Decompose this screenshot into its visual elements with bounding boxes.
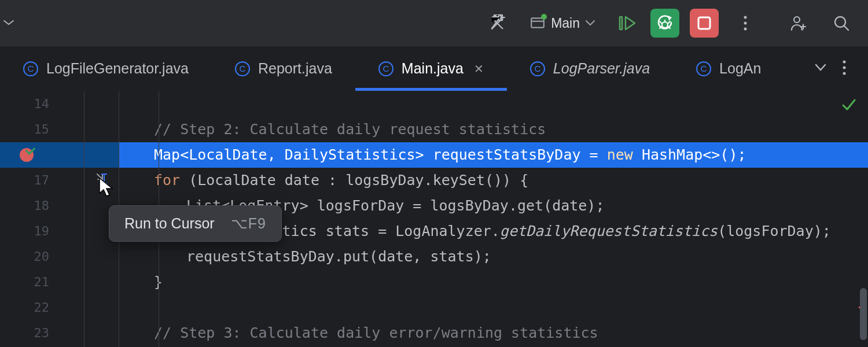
search-everywhere-icon[interactable] [829, 10, 854, 36]
svg-point-6 [744, 28, 747, 31]
inspection-ok-icon[interactable] [841, 95, 856, 120]
svg-rect-23 [101, 183, 107, 184]
line-number[interactable]: 23 [0, 320, 84, 346]
svg-point-5 [744, 22, 747, 25]
svg-text:C: C [382, 64, 389, 73]
tab-label: LogFileGenerator.java [46, 60, 189, 77]
main-toolbar: Main [0, 0, 868, 46]
breakpoint-icon[interactable] [20, 148, 34, 162]
code-line[interactable] [119, 295, 868, 320]
resume-program-button[interactable] [615, 10, 640, 36]
line-number[interactable]: 17 [0, 168, 84, 193]
line-number[interactable]: 19 [0, 219, 84, 244]
code-line[interactable]: Map<LocalDate, DailyStatistics> requestS… [119, 142, 868, 168]
tab-logparser[interactable]: C LogParser.java [507, 46, 673, 91]
svg-point-20 [843, 66, 846, 69]
tab-label: Main.java [402, 60, 464, 77]
chevron-down-icon [586, 20, 595, 26]
close-tab-icon[interactable]: ✕ [474, 62, 484, 76]
scrollbar-thumb[interactable] [860, 288, 867, 340]
line-number[interactable]: 20 [0, 244, 84, 270]
svg-rect-0 [531, 18, 544, 27]
build-icon[interactable] [485, 10, 510, 36]
rerun-debug-button[interactable] [650, 9, 679, 38]
tab-main[interactable]: C Main.java ✕ [355, 46, 507, 91]
editor-vertical-scrollbar[interactable] [858, 91, 868, 347]
run-config-selector[interactable]: Main [521, 10, 604, 36]
line-number-gutter[interactable]: 141517181920212223 [0, 91, 84, 347]
svg-point-7 [794, 17, 800, 23]
run-config-label: Main [551, 16, 580, 31]
svg-rect-22 [104, 175, 105, 184]
svg-point-2 [662, 22, 668, 28]
tab-loganalyzer-truncated[interactable]: C LogAn [673, 46, 767, 91]
java-class-icon: C [696, 61, 711, 76]
code-with-me-icon[interactable] [786, 10, 811, 36]
run-to-cursor-icon[interactable] [95, 168, 108, 193]
code-line[interactable]: // Step 3: Calculate daily error/warning… [119, 320, 868, 346]
svg-rect-1 [620, 17, 622, 29]
svg-point-21 [843, 72, 846, 75]
code-line[interactable]: requestStatsByDay.put(date, stats); [119, 244, 868, 270]
line-number[interactable] [0, 142, 84, 168]
line-number[interactable]: 14 [0, 91, 84, 117]
code-line[interactable]: for (LocalDate date : logsByDay.keySet()… [119, 168, 868, 193]
svg-point-19 [843, 60, 846, 63]
more-actions-button[interactable] [733, 10, 758, 36]
tab-label: LogParser.java [553, 60, 650, 77]
svg-point-4 [744, 16, 747, 19]
line-number[interactable]: 21 [0, 270, 84, 295]
svg-rect-3 [698, 17, 710, 29]
line-number[interactable]: 15 [0, 117, 84, 142]
project-dropdown-caret[interactable] [3, 20, 14, 26]
code-line[interactable] [119, 91, 868, 117]
tooltip-shortcut: ⌥F9 [231, 215, 266, 232]
svg-text:C: C [701, 64, 707, 73]
active-config-indicator [541, 14, 547, 20]
svg-text:C: C [534, 64, 540, 73]
svg-rect-24 [101, 174, 107, 175]
line-number[interactable]: 18 [0, 193, 84, 219]
java-class-icon: C [23, 61, 38, 76]
java-class-icon: C [235, 61, 250, 76]
run-to-cursor-tooltip: Run to Cursor ⌥F9 [109, 205, 282, 242]
java-class-icon: C [530, 61, 545, 76]
tab-report[interactable]: C Report.java [212, 46, 355, 91]
tab-options-icon[interactable] [843, 60, 846, 77]
editor-tabstrip: C LogFileGenerator.java C Report.java C … [0, 46, 868, 91]
run-config-icon [530, 16, 545, 31]
tooltip-label: Run to Cursor [124, 215, 215, 232]
stop-button[interactable] [690, 9, 719, 38]
tab-label: LogAn [719, 60, 761, 77]
svg-text:C: C [240, 64, 246, 73]
svg-text:C: C [28, 64, 34, 73]
tab-logfilegenerator[interactable]: C LogFileGenerator.java [0, 46, 212, 91]
java-class-icon: C [378, 61, 393, 76]
code-line[interactable]: // Step 2: Calculate daily request stati… [119, 117, 868, 142]
line-number[interactable]: 22 [0, 295, 84, 320]
tab-overflow-chevron-icon[interactable] [815, 64, 826, 74]
code-line[interactable]: } [119, 270, 868, 295]
tab-label: Report.java [258, 60, 332, 77]
